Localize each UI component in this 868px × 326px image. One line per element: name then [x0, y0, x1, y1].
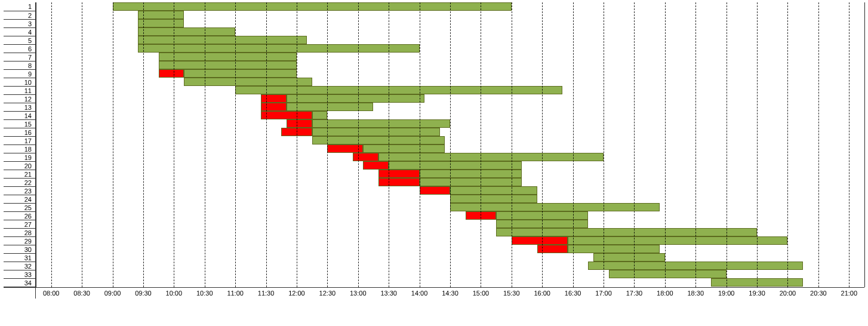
x-tick: 09:00: [104, 290, 121, 297]
task-bar: [287, 94, 424, 103]
row-label: 2: [4, 11, 35, 19]
task-bar: [496, 211, 588, 220]
x-tick: 12:00: [288, 290, 305, 297]
x-tick: 20:30: [810, 290, 827, 297]
delay-bar: [537, 245, 568, 253]
row-label: 20: [4, 161, 35, 170]
gantt-row: [36, 245, 864, 253]
gantt-row: [36, 111, 864, 119]
x-tick: 20:00: [780, 290, 796, 297]
task-bar: [568, 245, 660, 253]
row-label: 24: [4, 195, 35, 203]
gantt-row: [36, 36, 864, 44]
task-bar: [711, 278, 803, 287]
gantt-row: [36, 220, 864, 228]
x-tick: 14:00: [411, 290, 428, 297]
row-label: 1: [4, 2, 35, 11]
gantt-row: [36, 203, 864, 211]
task-bar: [184, 78, 312, 86]
row-label: 27: [4, 220, 35, 228]
gantt-row: [36, 178, 864, 186]
gantt-chart: 1234567891011121314151617181920212223242…: [4, 2, 864, 287]
task-bar: [496, 220, 588, 228]
gantt-row: [36, 186, 864, 195]
task-bar: [184, 69, 296, 78]
row-label: 18: [4, 144, 35, 153]
x-tick: 12:30: [319, 290, 336, 297]
x-tick: 16:30: [565, 290, 581, 297]
row-label: 29: [4, 236, 35, 245]
row-label: 26: [4, 211, 35, 220]
row-label: 28: [4, 228, 35, 236]
x-tick: 11:30: [258, 290, 275, 297]
x-tick: 18:30: [687, 290, 704, 297]
row-label: 25: [4, 203, 35, 211]
row-label: 3: [4, 19, 35, 27]
delay-bar: [378, 170, 420, 178]
gantt-row: [36, 136, 864, 144]
task-bar: [287, 103, 374, 111]
row-label: 31: [4, 253, 35, 262]
task-bar: [235, 86, 562, 94]
task-bar: [138, 44, 419, 53]
task-bar: [113, 2, 512, 11]
row-label: 5: [4, 36, 35, 44]
row-label: 19: [4, 153, 35, 161]
gantt-row: [36, 19, 864, 27]
task-bar: [389, 161, 522, 170]
row-label: 16: [4, 128, 35, 136]
delay-bar: [261, 103, 287, 111]
task-bar: [159, 61, 297, 69]
delay-bar: [512, 236, 568, 245]
row-label: 21: [4, 170, 35, 178]
delay-bar: [466, 211, 496, 220]
task-bar: [378, 153, 604, 161]
task-bar: [450, 195, 537, 203]
row-label: 7: [4, 53, 35, 61]
gantt-row: [36, 86, 864, 94]
gantt-row: [36, 78, 864, 86]
row-label: 11: [4, 86, 35, 94]
row-label: 12: [4, 94, 35, 103]
task-bar: [138, 19, 184, 27]
gantt-row: [36, 170, 864, 178]
row-labels: 1234567891011121314151617181920212223242…: [4, 2, 36, 287]
delay-bar: [287, 119, 312, 128]
delay-bar: [378, 178, 420, 186]
row-label: 17: [4, 136, 35, 144]
x-tick: 14:30: [442, 290, 458, 297]
x-tick: 13:30: [380, 290, 397, 297]
task-bar: [363, 144, 445, 153]
gantt-row: [36, 270, 864, 278]
gantt-row: [36, 44, 864, 53]
row-label: 8: [4, 61, 35, 69]
delay-bar: [353, 153, 378, 161]
x-tick: 17:30: [626, 290, 643, 297]
delay-bar: [261, 94, 287, 103]
delay-bar: [159, 69, 184, 78]
task-bar: [420, 178, 522, 186]
row-label: 22: [4, 178, 35, 186]
x-tick: 10:30: [196, 290, 213, 297]
task-bar: [159, 53, 297, 61]
row-label: 33: [4, 270, 35, 278]
task-bar: [312, 128, 440, 136]
task-bar: [420, 170, 522, 178]
x-tick: 18:00: [657, 290, 673, 297]
x-tick: 09:30: [135, 290, 152, 297]
gantt-row: [36, 27, 864, 36]
task-bar: [138, 36, 307, 44]
gantt-row: [36, 128, 864, 136]
x-tick: 19:00: [718, 290, 735, 297]
gantt-row: [36, 119, 864, 128]
row-label: 32: [4, 262, 35, 270]
gantt-row: [36, 103, 864, 111]
gantt-row: [36, 53, 864, 61]
row-label: 30: [4, 245, 35, 253]
gantt-row: [36, 236, 864, 245]
gantt-row: [36, 2, 864, 11]
x-tick: 21:00: [841, 290, 858, 297]
x-tick: 15:30: [503, 290, 520, 297]
delay-bar: [281, 128, 312, 136]
gantt-row: [36, 161, 864, 170]
